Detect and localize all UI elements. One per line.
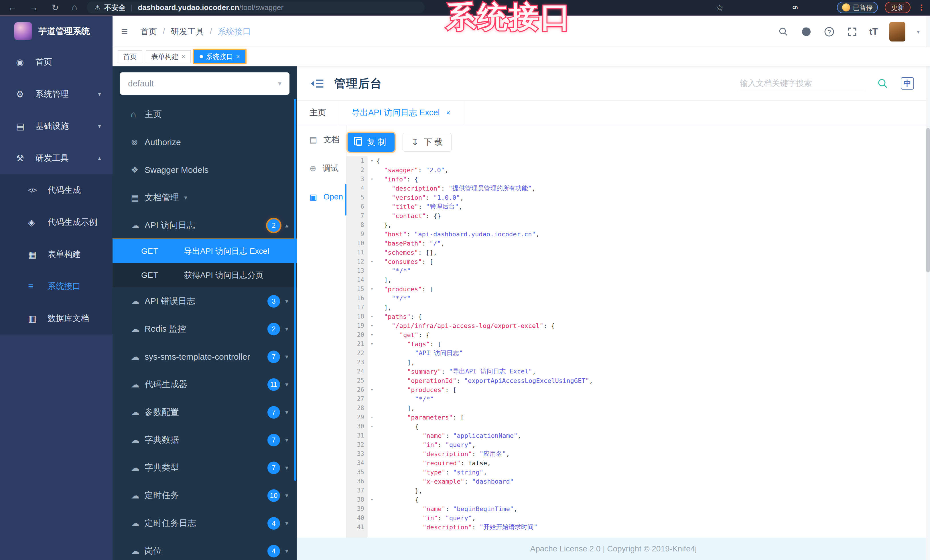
reload-icon[interactable]: ↻	[52, 3, 59, 12]
api-group-select[interactable]: default ▾	[120, 72, 289, 95]
swagger-menu-item[interactable]: ☁ API 访问日志 2 ▴	[112, 212, 297, 239]
fullscreen-icon[interactable]	[846, 26, 858, 37]
code-token: :	[406, 231, 414, 238]
github-icon[interactable]	[801, 26, 812, 37]
code-token: "开始开始请求时间"	[480, 523, 538, 531]
swagger-menu-item[interactable]: ⊚ Authorize	[112, 128, 297, 156]
code-token: ,	[589, 377, 593, 384]
swagger-menu-item[interactable]: ▤ 文档管理 ▾	[112, 184, 297, 212]
extension-icon[interactable]	[760, 2, 770, 12]
line-number: 29	[346, 414, 368, 420]
fold-icon[interactable]: ▾	[368, 314, 376, 319]
swagger-menu-item[interactable]: GET 获得API 访问日志分页	[112, 263, 297, 287]
fold-icon[interactable]: ▾	[368, 387, 376, 392]
breadcrumb-tools[interactable]: 研发工具	[171, 26, 204, 37]
chevron-down-icon[interactable]: ▾	[917, 28, 920, 35]
fold-icon[interactable]: ▾	[368, 341, 376, 347]
fold-icon[interactable]: ▾	[368, 332, 376, 338]
tab-label: 系统接口	[206, 52, 233, 61]
json-code-viewer[interactable]: 1▾{2"swagger": "2.0",3▾"info": {4"descri…	[346, 156, 925, 538]
fold-icon[interactable]: ▾	[368, 424, 376, 429]
swagger-menu-item[interactable]: ☁ 字典数据 7 ▾	[112, 426, 297, 454]
profile-paused-badge[interactable]: 已暂停	[837, 2, 878, 13]
swagger-menu-item[interactable]: ☁ sys-sms-template-controller 7 ▾	[112, 343, 297, 371]
fold-icon[interactable]: ▾	[368, 497, 376, 502]
fold-icon[interactable]: ▾	[368, 176, 376, 182]
sidebar-item[interactable]: ▤ 基础设施 ▾	[0, 110, 112, 142]
forward-icon[interactable]: →	[30, 3, 38, 12]
doc-search-input[interactable]	[739, 76, 865, 91]
swagger-menu-item[interactable]: ☁ Redis 监控 2 ▾	[112, 315, 297, 343]
form-icon: ▦	[28, 249, 41, 260]
swagger-item-label: 定时任务	[145, 489, 179, 501]
user-avatar[interactable]	[889, 22, 905, 41]
swagger-menu-item[interactable]: ☁ 字典类型 7 ▾	[112, 454, 297, 482]
doc-footer: Apache License 2.0 | Copyright © 2019-Kn…	[297, 538, 930, 560]
language-toggle-icon[interactable]: 中	[901, 77, 914, 90]
doc-nav-item[interactable]: ▣ Open	[297, 183, 346, 211]
swagger-scrollbar[interactable]	[294, 99, 296, 481]
help-icon[interactable]: ?	[824, 26, 835, 37]
collapse-menu-icon[interactable]	[311, 78, 324, 89]
line-number: 33	[346, 450, 368, 457]
tags-view-tab[interactable]: 系统接口 ×	[194, 51, 245, 63]
fold-icon[interactable]: ▾	[368, 415, 376, 420]
close-icon[interactable]: ×	[236, 53, 240, 60]
sidebar-item[interactable]: ◉ 首页	[0, 46, 112, 78]
swagger-menu-item[interactable]: ⌂ 主页	[112, 100, 297, 128]
hamburger-icon[interactable]: ≡	[121, 25, 128, 38]
address-bar[interactable]: ⚠ 不安全 | dashboard.yudao.iocoder.cn /tool…	[87, 2, 425, 14]
home-icon[interactable]: ⌂	[72, 3, 77, 12]
doc-nav-item[interactable]: ▤ 文档	[297, 125, 346, 154]
sidebar-item[interactable]: ⚙ 系统管理 ▾	[0, 78, 112, 110]
doc-search-icon[interactable]	[877, 78, 888, 89]
code-line: 4"description": "提供管理员管理的所有功能",	[346, 184, 925, 193]
swagger-menu-item[interactable]: ☁ 参数配置 7 ▾	[112, 398, 297, 426]
code-line: 18▾"paths": {	[346, 312, 925, 321]
code-token: :	[472, 524, 480, 531]
bookmark-icon[interactable]: ☆	[716, 3, 724, 12]
swagger-menu-item[interactable]: ❖ Swagger Models	[112, 156, 297, 184]
line-number: 31	[346, 432, 368, 439]
extension-icon[interactable]	[775, 2, 785, 12]
search-icon[interactable]	[778, 26, 789, 37]
close-icon[interactable]: ×	[182, 53, 185, 60]
extension-icon[interactable]	[745, 2, 756, 12]
doc-tab[interactable]: 主页	[297, 101, 339, 125]
extension-icon[interactable]: cn	[790, 2, 800, 12]
swagger-menu-item[interactable]: ☁ 岗位 4 ▾	[112, 537, 297, 560]
page-scrollbar-thumb[interactable]	[926, 128, 930, 272]
download-button[interactable]: ↧ 下 载	[403, 133, 451, 152]
tags-view-tab[interactable]: 表单构建 ×	[146, 51, 191, 63]
swagger-menu-item[interactable]: ☁ 定时任务 10 ▾	[112, 482, 297, 509]
doc-tab[interactable]: 导出API 访问日志 Excel ×	[339, 101, 463, 125]
swagger-menu-item[interactable]: ☁ API 错误日志 3 ▾	[112, 287, 297, 315]
back-icon[interactable]: ←	[8, 3, 17, 12]
sidebar-item[interactable]: ⚒ 研发工具 ▴	[0, 142, 112, 174]
breadcrumb-home[interactable]: 首页	[140, 26, 157, 37]
tags-view-tab[interactable]: 首页	[118, 51, 142, 63]
fold-icon[interactable]: ▾	[368, 158, 376, 163]
line-number: 12	[346, 258, 368, 265]
fold-icon[interactable]: ▾	[368, 287, 376, 292]
sidebar-subitem[interactable]: ▥ 数据库文档	[0, 302, 112, 334]
swagger-menu-item[interactable]: ☁ 代码生成器 11 ▾	[112, 371, 297, 398]
sidebar-subitem[interactable]: ≡ 系统接口	[0, 270, 112, 302]
close-icon[interactable]: ×	[446, 109, 450, 117]
extension-icon[interactable]	[820, 2, 830, 12]
doc-nav-item[interactable]: ⊕ 调试	[297, 154, 346, 183]
font-size-icon[interactable]: tT	[869, 26, 878, 37]
extension-icon[interactable]	[805, 2, 815, 12]
extension-icon[interactable]	[730, 2, 741, 12]
sidebar-subitem[interactable]: ◈ 代码生成示例	[0, 206, 112, 238]
update-button[interactable]: 更新	[885, 2, 910, 13]
sidebar-subitem[interactable]: ▦ 表单构建	[0, 238, 112, 270]
fold-icon[interactable]: ▾	[368, 323, 376, 328]
browser-menu-icon[interactable]: ⋮	[918, 3, 925, 12]
fold-icon[interactable]: ▾	[368, 259, 376, 264]
swagger-menu-item[interactable]: GET 导出API 访问日志 Excel	[112, 239, 297, 263]
sidebar-subitem[interactable]: </> 代码生成	[0, 174, 112, 206]
swagger-menu-item[interactable]: ☁ 定时任务日志 4 ▾	[112, 509, 297, 537]
copy-button[interactable]: 复 制	[348, 133, 394, 152]
page-scrollbar-track[interactable]	[926, 16, 930, 560]
